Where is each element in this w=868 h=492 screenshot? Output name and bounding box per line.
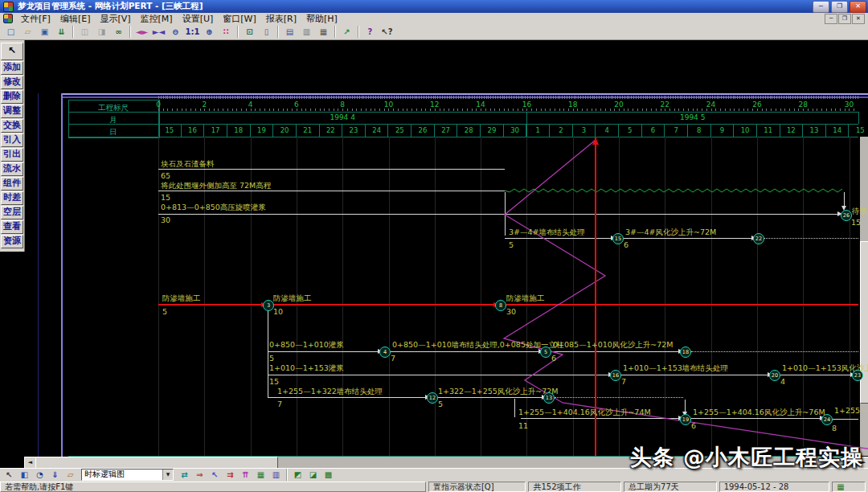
task-bar-19[interactable] xyxy=(521,418,678,419)
minimize-button[interactable]: ─ xyxy=(813,1,829,13)
menu-item-3[interactable]: 显示[V] xyxy=(96,13,134,25)
pert-node-8[interactable]: 8 xyxy=(495,300,506,311)
relation-forward-icon[interactable]: ⇒ xyxy=(192,469,207,481)
task-label-21[interactable]: 7 xyxy=(391,354,395,363)
menu-item-8[interactable]: 帮助[H] xyxy=(302,13,342,25)
pert-grid-icon[interactable]: ∷ xyxy=(218,25,235,39)
relation-parallel-icon[interactable]: ⇉ xyxy=(223,469,238,481)
pert-node-22[interactable]: 22 xyxy=(753,233,764,244)
print-setup-icon[interactable]: ▥ xyxy=(298,25,315,39)
pert-node-4[interactable]: 4 xyxy=(379,346,391,358)
task-label-36[interactable]: 1+255—1+404.16风化沙上升~76M xyxy=(693,408,825,418)
menu-item-7[interactable]: 报表[R] xyxy=(262,13,301,25)
task-bar-2[interactable] xyxy=(158,214,837,215)
task-label-9[interactable]: 6 xyxy=(624,240,628,249)
task-label-19[interactable]: 5 xyxy=(269,354,274,363)
task-label-12[interactable]: 防渗墙施工 xyxy=(162,293,201,304)
expand-icon[interactable]: ►◄ xyxy=(150,25,167,39)
task-label-26[interactable]: 1+010—1+153墙布结头处理 xyxy=(623,363,728,374)
critical-task-bar-6[interactable] xyxy=(158,304,261,305)
find-icon[interactable]: ∞ xyxy=(110,25,127,39)
save-icon[interactable]: ▣ xyxy=(36,25,53,39)
relation-select-icon[interactable]: ↖ xyxy=(207,469,223,481)
open-icon[interactable]: ▱ xyxy=(19,25,36,39)
print-icon[interactable]: ▦ xyxy=(315,25,332,39)
task-bar-16[interactable] xyxy=(268,397,425,398)
pert-node-19[interactable]: 19 xyxy=(680,414,691,425)
task-label-1[interactable]: 65 xyxy=(161,171,170,180)
h-scrollbar-left-button[interactable]: ◄ xyxy=(24,457,36,468)
pert-node-20[interactable]: 20 xyxy=(769,370,780,381)
task-bar-17[interactable] xyxy=(438,397,542,398)
task-label-7[interactable]: 5 xyxy=(509,240,514,249)
task-bar-15[interactable] xyxy=(780,375,850,375)
pointer-tool-icon[interactable]: ↖ xyxy=(2,469,17,481)
task-label-31[interactable]: 7 xyxy=(277,400,282,408)
task-label-4[interactable]: 0+813—0+850高压旋喷灌浆 xyxy=(161,203,266,213)
import-icon[interactable]: ⇊ xyxy=(53,25,70,39)
menu-item-2[interactable]: 编辑[E] xyxy=(56,13,95,25)
task-label-0[interactable]: 块石及石渣备料 xyxy=(161,159,215,170)
task-label-33[interactable]: 5 xyxy=(438,400,443,408)
task-label-13[interactable]: 5 xyxy=(162,307,167,316)
task-label-32[interactable]: 1+322—1+255风化沙上升~72M xyxy=(438,387,559,397)
task-label-10[interactable]: 待筑 xyxy=(852,207,867,217)
network-grid-icon[interactable]: ▦ xyxy=(253,469,268,481)
task-bar-20[interactable] xyxy=(691,418,820,419)
task-label-38[interactable]: 1+255—1+ xyxy=(834,406,868,415)
task-label-20[interactable]: 0+850—1+010墙布结头处理,0+085处加一立柱 xyxy=(392,340,563,351)
task-label-25[interactable]: 15 xyxy=(269,377,279,386)
copy-icon[interactable]: ◫ xyxy=(76,25,93,39)
task-label-5[interactable]: 30 xyxy=(161,215,170,224)
chart-icon[interactable]: ↗ xyxy=(338,25,355,39)
task-label-24[interactable]: 1+010—1+153灌浆 xyxy=(269,363,344,374)
mdi-minimize-button[interactable]: ─ xyxy=(825,14,837,24)
preview-icon[interactable]: ▤ xyxy=(281,25,298,39)
menu-item-4[interactable]: 监控[M] xyxy=(137,13,177,25)
view-mode-select[interactable]: 时标逻辑图▼ xyxy=(81,469,174,481)
critical-task-bar-8[interactable] xyxy=(506,304,858,305)
menu-item-5[interactable]: 设置[U] xyxy=(178,13,218,25)
task-bar-10[interactable] xyxy=(391,351,538,352)
paste-icon[interactable]: ◨ xyxy=(93,25,110,39)
arrow-down-tool-icon[interactable]: ⇓ xyxy=(47,469,63,481)
task-label-23[interactable]: 6 xyxy=(551,354,556,363)
task-bar-4[interactable] xyxy=(624,238,751,239)
pert-node-3[interactable]: 3 xyxy=(263,300,274,311)
task-label-22[interactable]: 0+085—1+010风化沙上升~72M xyxy=(553,340,674,351)
task-label-11[interactable]: 15 xyxy=(851,218,861,227)
task-label-30[interactable]: 1+255—1+322墙布结头处理 xyxy=(277,387,383,397)
page-icon[interactable]: ▯ xyxy=(258,25,275,39)
pert-node-15[interactable]: 15 xyxy=(612,233,624,244)
task-label-15[interactable]: 10 xyxy=(273,307,283,316)
task-label-18[interactable]: 0+850—1+010灌浆 xyxy=(269,340,344,351)
restore-button[interactable]: ❐ xyxy=(831,1,848,13)
relation-swap-icon[interactable]: ⇄ xyxy=(177,469,192,481)
pert-node-12[interactable]: 12 xyxy=(427,392,438,404)
window-tool-icon[interactable]: ◧ xyxy=(17,469,32,481)
task-bar-11[interactable] xyxy=(551,351,678,352)
task-bar-9[interactable] xyxy=(268,351,378,352)
pert-node-24[interactable]: 24 xyxy=(821,414,833,425)
task-label-17[interactable]: 30 xyxy=(506,307,516,316)
relation-up-icon[interactable]: ⇈ xyxy=(238,469,253,481)
compress-icon[interactable]: ◄► xyxy=(133,25,150,39)
task-label-37[interactable]: 6 xyxy=(691,421,696,430)
task-bar-21[interactable] xyxy=(833,419,858,420)
task-bar-18[interactable] xyxy=(555,397,683,398)
edit-tool-icon[interactable]: ▱ xyxy=(63,469,78,481)
task-label-3[interactable]: 15 xyxy=(161,193,170,202)
layer-a-icon[interactable]: ◩ xyxy=(290,469,305,481)
mdi-restore-button[interactable]: ❐ xyxy=(838,14,851,24)
task-label-8[interactable]: 3#—4#风化沙上升~72M xyxy=(625,228,716,238)
close-button[interactable]: ✕ xyxy=(850,1,866,13)
task-label-14[interactable]: 防渗墙施工 xyxy=(273,293,312,304)
zoom-in-icon[interactable]: ⊕ xyxy=(201,25,218,39)
task-label-2[interactable]: 将此处围堰外侧加高至 72M高程 xyxy=(161,181,271,191)
chevron-down-icon[interactable]: ▼ xyxy=(162,469,173,480)
zoom-out-icon[interactable]: ⊖ xyxy=(167,25,184,39)
pert-canvas[interactable]: 工程标尺月日0246810121416182022242628301994 41… xyxy=(0,40,868,468)
help-icon[interactable]: ? xyxy=(362,25,379,39)
task-bar-14[interactable] xyxy=(621,375,768,375)
pert-node-16[interactable]: 16 xyxy=(610,370,621,381)
